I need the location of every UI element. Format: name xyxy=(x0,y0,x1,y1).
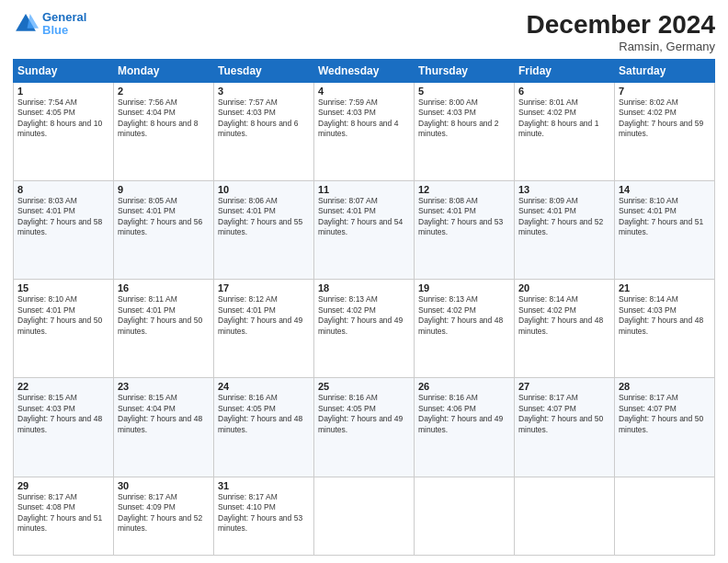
day-30: 30 Sunrise: 8:17 AMSunset: 4:09 PMDaylig… xyxy=(114,477,214,555)
day-20: 20 Sunrise: 8:14 AMSunset: 4:02 PMDaylig… xyxy=(515,280,615,378)
day-22: 22 Sunrise: 8:15 AMSunset: 4:03 PMDaylig… xyxy=(14,378,114,477)
empty-cell-3 xyxy=(515,477,615,555)
day-3: 3 Sunrise: 7:57 AMSunset: 4:03 PMDayligh… xyxy=(214,82,314,180)
empty-cell-4 xyxy=(615,477,715,555)
day-5: 5 Sunrise: 8:00 AMSunset: 4:03 PMDayligh… xyxy=(415,82,515,180)
day-24: 24 Sunrise: 8:16 AMSunset: 4:05 PMDaylig… xyxy=(214,378,314,477)
month-title: December 2024 xyxy=(527,11,715,40)
day-8: 8 Sunrise: 8:03 AMSunset: 4:01 PMDayligh… xyxy=(14,181,114,280)
day-11: 11 Sunrise: 8:07 AMSunset: 4:01 PMDaylig… xyxy=(314,181,415,280)
day-14: 14 Sunrise: 8:10 AMSunset: 4:01 PMDaylig… xyxy=(615,181,715,280)
page: General Blue December 2024 Ramsin, Germa… xyxy=(0,0,728,563)
logo-text: General Blue xyxy=(42,11,86,38)
day-17: 17 Sunrise: 8:12 AMSunset: 4:01 PMDaylig… xyxy=(214,280,314,378)
day-23: 23 Sunrise: 8:15 AMSunset: 4:04 PMDaylig… xyxy=(114,378,214,477)
header-thursday: Thursday xyxy=(415,59,515,82)
week-row-1: 1 Sunrise: 7:54 AMSunset: 4:05 PMDayligh… xyxy=(14,82,715,180)
day-12: 12 Sunrise: 8:08 AMSunset: 4:01 PMDaylig… xyxy=(415,181,515,280)
week-row-5: 29 Sunrise: 8:17 AMSunset: 4:08 PMDaylig… xyxy=(14,477,715,555)
header-saturday: Saturday xyxy=(615,59,715,82)
day-21: 21 Sunrise: 8:14 AMSunset: 4:03 PMDaylig… xyxy=(615,280,715,378)
day-9: 9 Sunrise: 8:05 AMSunset: 4:01 PMDayligh… xyxy=(114,181,214,280)
calendar-header-row: Sunday Monday Tuesday Wednesday Thursday… xyxy=(14,59,715,82)
day-6: 6 Sunrise: 8:01 AMSunset: 4:02 PMDayligh… xyxy=(515,82,615,180)
day-31: 31 Sunrise: 8:17 AMSunset: 4:10 PMDaylig… xyxy=(214,477,314,555)
header-monday: Monday xyxy=(114,59,214,82)
day-25: 25 Sunrise: 8:16 AMSunset: 4:05 PMDaylig… xyxy=(314,378,415,477)
week-row-2: 8 Sunrise: 8:03 AMSunset: 4:01 PMDayligh… xyxy=(14,181,715,280)
header-tuesday: Tuesday xyxy=(214,59,314,82)
day-13: 13 Sunrise: 8:09 AMSunset: 4:01 PMDaylig… xyxy=(515,181,615,280)
day-18: 18 Sunrise: 8:13 AMSunset: 4:02 PMDaylig… xyxy=(314,280,415,378)
empty-cell-2 xyxy=(415,477,515,555)
day-10: 10 Sunrise: 8:06 AMSunset: 4:01 PMDaylig… xyxy=(214,181,314,280)
day-16: 16 Sunrise: 8:11 AMSunset: 4:01 PMDaylig… xyxy=(114,280,214,378)
day-7: 7 Sunrise: 8:02 AMSunset: 4:02 PMDayligh… xyxy=(615,82,715,180)
day-19: 19 Sunrise: 8:13 AMSunset: 4:02 PMDaylig… xyxy=(415,280,515,378)
day-26: 26 Sunrise: 8:16 AMSunset: 4:06 PMDaylig… xyxy=(415,378,515,477)
logo-icon xyxy=(13,11,39,37)
day-1: 1 Sunrise: 7:54 AMSunset: 4:05 PMDayligh… xyxy=(14,82,114,180)
day-27: 27 Sunrise: 8:17 AMSunset: 4:07 PMDaylig… xyxy=(515,378,615,477)
header: General Blue December 2024 Ramsin, Germa… xyxy=(13,11,715,53)
week-row-3: 15 Sunrise: 8:10 AMSunset: 4:01 PMDaylig… xyxy=(14,280,715,378)
header-friday: Friday xyxy=(515,59,615,82)
day-15: 15 Sunrise: 8:10 AMSunset: 4:01 PMDaylig… xyxy=(14,280,114,378)
svg-marker-1 xyxy=(28,14,39,29)
day-2: 2 Sunrise: 7:56 AMSunset: 4:04 PMDayligh… xyxy=(114,82,214,180)
location: Ramsin, Germany xyxy=(527,40,715,53)
header-wednesday: Wednesday xyxy=(314,59,415,82)
header-sunday: Sunday xyxy=(14,59,114,82)
logo: General Blue xyxy=(13,11,86,38)
title-block: December 2024 Ramsin, Germany xyxy=(527,11,715,53)
day-28: 28 Sunrise: 8:17 AMSunset: 4:07 PMDaylig… xyxy=(615,378,715,477)
day-4: 4 Sunrise: 7:59 AMSunset: 4:03 PMDayligh… xyxy=(314,82,415,180)
day-29: 29 Sunrise: 8:17 AMSunset: 4:08 PMDaylig… xyxy=(14,477,114,555)
calendar-table: Sunday Monday Tuesday Wednesday Thursday… xyxy=(13,59,715,556)
empty-cell-1 xyxy=(314,477,415,555)
week-row-4: 22 Sunrise: 8:15 AMSunset: 4:03 PMDaylig… xyxy=(14,378,715,477)
